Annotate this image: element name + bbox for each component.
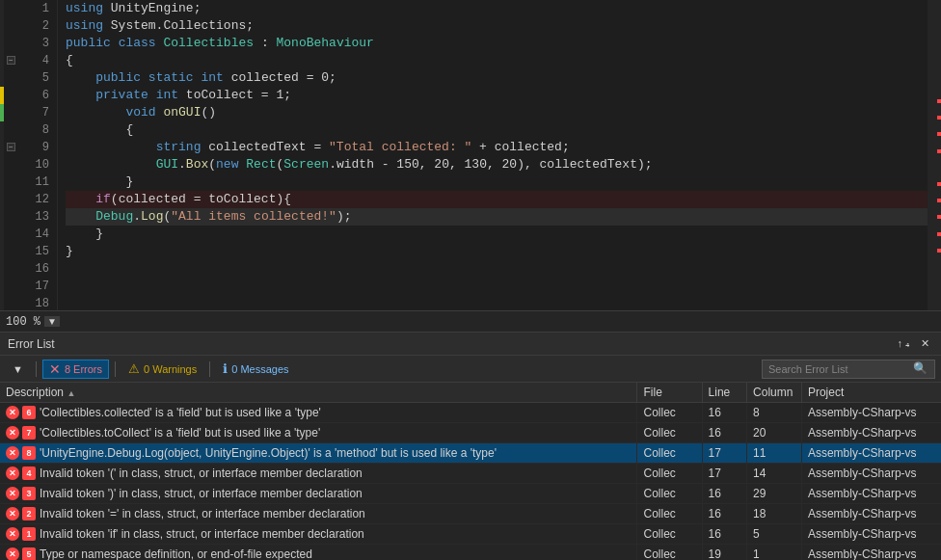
error-description: ✕ 7 'Collectibles.toCollect' is a 'field… (0, 423, 637, 443)
table-row[interactable]: ✕ 3 Invalid token ')' in class, struct, … (0, 484, 941, 504)
error-file: Collec (637, 443, 702, 464)
zoom-bar: 100 % ▼ (0, 310, 941, 332)
error-table-wrap[interactable]: Description ▲ File Line Column Project ✕… (0, 383, 941, 560)
zoom-dropdown-btn[interactable]: ▼ (44, 316, 60, 327)
error-column: 1 (747, 545, 802, 561)
errors-count: 8 Errors (65, 363, 102, 375)
error-table: Description ▲ File Line Column Project ✕… (0, 383, 941, 560)
error-description: ✕ 2 Invalid token '=' in class, struct, … (0, 504, 637, 524)
scrollbar-right[interactable] (928, 0, 941, 310)
line-numbers: 123456789101112131415161718 (19, 0, 58, 310)
code-line: void onGUI() (66, 104, 928, 121)
error-line: 17 (702, 443, 746, 464)
sort-arrow-description: ▲ (67, 388, 75, 398)
col-header-line[interactable]: Line (702, 383, 746, 403)
col-header-column[interactable]: Column (747, 383, 802, 403)
error-column: 11 (747, 443, 802, 464)
error-project: Assembly-CSharp-vs (801, 484, 941, 504)
error-icon: ✕ (6, 406, 19, 419)
pin-button[interactable]: ↑ ₄ (893, 335, 913, 352)
code-line: { (66, 121, 928, 139)
error-message: Invalid token 'if' in class, struct, or … (40, 527, 364, 541)
messages-filter-btn[interactable]: ℹ 0 Messages (216, 359, 295, 379)
error-description: ✕ 6 'Collectibles.collected' is a 'field… (0, 403, 637, 423)
warnings-count: 0 Warnings (144, 363, 197, 375)
code-line: } (66, 226, 928, 243)
error-message: 'UnityEngine.Debug.Log(object, UnityEngi… (40, 446, 497, 460)
error-description: ✕ 5 Type or namespace definition, or end… (0, 545, 637, 561)
table-row[interactable]: ✕ 7 'Collectibles.toCollect' is a 'field… (0, 423, 941, 443)
error-line: 16 (702, 484, 746, 504)
error-column: 8 (747, 403, 802, 423)
code-line: using UnityEngine; (66, 0, 928, 17)
error-icon: ✕ (6, 487, 19, 500)
error-icon: ✕ (6, 507, 19, 520)
error-number: 2 (22, 507, 36, 520)
panel-title: Error List (8, 337, 55, 351)
error-list-panel: Error List ↑ ₄ ✕ ▼ ✕ 8 Errors ⚠ 0 Warnin… (0, 332, 941, 560)
error-project: Assembly-CSharp-vs (801, 545, 941, 561)
collapse-gutter: −− (4, 0, 19, 310)
search-box[interactable]: 🔍 (762, 360, 935, 379)
panel-title-controls: ↑ ₄ ✕ (893, 335, 933, 352)
error-file: Collec (637, 464, 702, 484)
col-header-project[interactable]: Project (801, 383, 941, 403)
error-line: 16 (702, 504, 746, 524)
collapse-button[interactable]: − (7, 143, 15, 151)
error-description: ✕ 3 Invalid token ')' in class, struct, … (0, 484, 637, 504)
messages-count: 0 Messages (231, 363, 288, 375)
toolbar-separator-2 (115, 361, 116, 377)
message-icon-btn: ℹ (223, 361, 228, 376)
table-row[interactable]: ✕ 2 Invalid token '=' in class, struct, … (0, 504, 941, 524)
toolbar-separator-3 (209, 361, 210, 377)
filter-icon-btn[interactable]: ▼ (6, 360, 30, 378)
table-header-row: Description ▲ File Line Column Project (0, 383, 941, 403)
error-file: Collec (637, 524, 702, 545)
table-row[interactable]: ✕ 8 'UnityEngine.Debug.Log(object, Unity… (0, 443, 941, 464)
table-row[interactable]: ✕ 6 'Collectibles.collected' is a 'field… (0, 403, 941, 423)
error-column: 18 (747, 504, 802, 524)
error-message: 'Collectibles.collected' is a 'field' bu… (40, 406, 321, 419)
error-icon: ✕ (6, 527, 19, 541)
code-container[interactable]: 123456789101112131415161718 using UnityE… (19, 0, 928, 310)
error-column: 14 (747, 464, 802, 484)
zoom-value: 100 % (6, 315, 40, 329)
code-line: GUI.Box(new Rect(Screen.width - 150, 20,… (66, 156, 928, 173)
code-line: string collectedText = "Total collected:… (66, 139, 928, 156)
error-project: Assembly-CSharp-vs (801, 403, 941, 423)
code-line: if(collected = toCollect){ (66, 191, 928, 208)
error-file: Collec (637, 504, 702, 524)
error-message: Invalid token ')' in class, struct, or i… (40, 487, 363, 500)
error-project: Assembly-CSharp-vs (801, 524, 941, 545)
error-column: 20 (747, 423, 802, 443)
close-panel-button[interactable]: ✕ (917, 335, 933, 352)
code-line: private int toCollect = 1; (66, 87, 928, 104)
error-toolbar: ▼ ✕ 8 Errors ⚠ 0 Warnings ℹ 0 Messages 🔍 (0, 356, 941, 383)
table-row[interactable]: ✕ 5 Type or namespace definition, or end… (0, 545, 941, 561)
horizontal-scrollbar[interactable] (64, 317, 935, 327)
error-number: 5 (22, 547, 36, 560)
error-number: 1 (22, 527, 36, 541)
table-row[interactable]: ✕ 1 Invalid token 'if' in class, struct,… (0, 524, 941, 545)
error-description: ✕ 1 Invalid token 'if' in class, struct,… (0, 524, 637, 545)
error-column: 5 (747, 524, 802, 545)
code-editor: −− 123456789101112131415161718 using Uni… (0, 0, 941, 310)
table-row[interactable]: ✕ 4 Invalid token '(' in class, struct, … (0, 464, 941, 484)
errors-filter-btn[interactable]: ✕ 8 Errors (42, 360, 109, 379)
col-header-description[interactable]: Description ▲ (0, 383, 637, 403)
code-line: public static int collected = 0; (66, 69, 928, 87)
collapse-button[interactable]: − (7, 56, 15, 65)
error-number: 6 (22, 406, 36, 419)
code-body[interactable]: using UnityEngine;using System.Collectio… (58, 0, 928, 310)
error-message: Invalid token '=' in class, struct, or i… (40, 507, 365, 520)
code-line: { (66, 52, 928, 69)
error-line: 19 (702, 545, 746, 561)
search-input[interactable] (768, 363, 913, 375)
error-icon: ✕ (6, 426, 19, 440)
scroll-track[interactable] (64, 317, 935, 327)
warnings-filter-btn[interactable]: ⚠ 0 Warnings (121, 359, 203, 379)
col-header-file[interactable]: File (637, 383, 702, 403)
error-column: 29 (747, 484, 802, 504)
error-file: Collec (637, 423, 702, 443)
error-icon: ✕ (6, 446, 19, 460)
